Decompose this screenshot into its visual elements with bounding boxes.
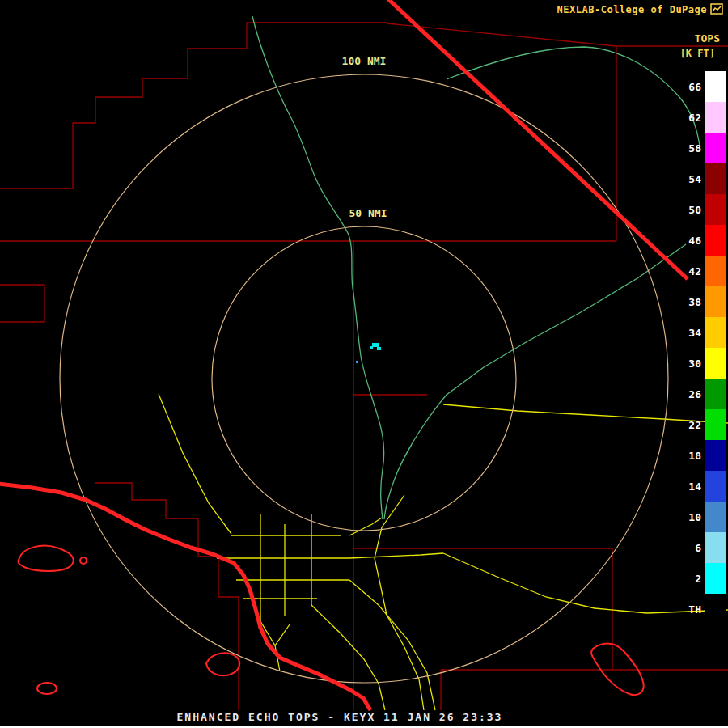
colorbar-swatch xyxy=(705,71,726,102)
radar-map: 100 NMI 50 NMI xyxy=(0,0,728,728)
colorbar-row: 18 xyxy=(677,440,726,471)
road-line xyxy=(311,605,385,710)
lake-outline xyxy=(37,683,57,694)
river-line xyxy=(384,244,686,519)
colorbar-row: 62 xyxy=(677,102,726,133)
colorbar-tick-label: TH xyxy=(677,604,701,615)
county-line xyxy=(0,23,387,188)
lake-outline xyxy=(206,653,239,675)
colorbar-row: 34 xyxy=(677,317,726,348)
colorbar-row: 50 xyxy=(677,194,726,225)
colorbar-tick-label: 42 xyxy=(677,266,701,277)
colorbar-row: 46 xyxy=(677,225,726,256)
highway-line xyxy=(387,0,688,279)
colorbar-swatch xyxy=(705,194,726,225)
colorbar-row: 54 xyxy=(677,163,726,194)
range-ring-100nmi xyxy=(60,74,668,683)
range-ring-50nmi xyxy=(212,226,516,531)
colorbar-tick-label: 10 xyxy=(677,512,701,523)
colorbar-row: 42 xyxy=(677,256,726,286)
echo-pixels xyxy=(370,343,381,350)
colorbar-row: 22 xyxy=(677,409,726,440)
colorbar-swatch xyxy=(705,409,726,440)
colorbar-swatch xyxy=(705,594,726,624)
colorbar-swatch xyxy=(705,379,726,409)
colorbar-row: 10 xyxy=(677,502,726,532)
road-line xyxy=(159,394,231,534)
colorbar-swatch xyxy=(705,256,726,286)
roads xyxy=(159,394,728,710)
colorbar-row: TH xyxy=(677,594,726,624)
range-ring-label-50nmi: 50 NMI xyxy=(349,207,387,219)
colorbar-swatch xyxy=(705,440,726,471)
colorbar-tick-label: 30 xyxy=(677,358,701,369)
colorbar-tick-label: 2 xyxy=(677,574,701,584)
road-line xyxy=(349,580,435,710)
county-borders xyxy=(0,23,728,710)
colorbar-row: 26 xyxy=(677,379,726,409)
colorbar-title: TOPS xyxy=(695,32,720,44)
colorbar-tick-label: 66 xyxy=(677,82,701,92)
colorbar-row: 58 xyxy=(677,133,726,163)
colorbar-tick-label: 46 xyxy=(677,235,701,246)
range-ring-label-100nmi: 100 NMI xyxy=(342,55,387,67)
road-line xyxy=(349,518,382,535)
radar-display: 100 NMI 50 NMI NEXLAB-College of DuPage … xyxy=(0,0,728,728)
colorbar-row: 2 xyxy=(677,563,726,594)
nexlab-logo-icon xyxy=(710,3,723,15)
colorbar-scale: 66625854504642383430262218141062TH xyxy=(677,71,726,624)
brand-text: NEXLAB-College of DuPage xyxy=(557,4,707,15)
lake-outline xyxy=(18,546,73,571)
weak-echo-pixel xyxy=(356,361,358,363)
colorbar-swatch xyxy=(705,317,726,348)
rivers xyxy=(252,16,700,519)
colorbar-tick-label: 54 xyxy=(677,174,701,184)
colorbar-swatch xyxy=(705,532,726,563)
colorbar-swatch xyxy=(705,471,726,502)
lake-outlines xyxy=(18,546,643,695)
colorbar-swatch xyxy=(705,225,726,256)
colorbar-tick-label: 26 xyxy=(677,389,701,400)
colorbar-swatch xyxy=(705,286,726,317)
range-rings xyxy=(60,74,668,683)
highways xyxy=(0,0,688,710)
product-caption: ENHANCED ECHO TOPS - KEYX 11 JAN 26 23:3… xyxy=(0,711,679,723)
colorbar-units: [K FT] xyxy=(680,48,715,59)
colorbar-row: 30 xyxy=(677,348,726,379)
colorbar-tick-label: 34 xyxy=(677,328,701,338)
highway-line xyxy=(0,484,370,710)
colorbar-tick-label: 58 xyxy=(677,143,701,154)
river-line xyxy=(447,47,700,150)
colorbar-tick-label: 22 xyxy=(677,420,701,430)
colorbar-tick-label: 50 xyxy=(677,205,701,215)
colorbar-tick-label: 18 xyxy=(677,451,701,461)
colorbar-swatch xyxy=(705,563,726,594)
colorbar-swatch xyxy=(705,133,726,163)
colorbar-row: 66 xyxy=(677,71,726,102)
colorbar-swatch xyxy=(705,163,726,194)
colorbar-tick-label: 14 xyxy=(677,481,701,492)
colorbar-tick-label: 62 xyxy=(677,112,701,123)
lake-outline xyxy=(80,557,87,564)
colorbar-row: 38 xyxy=(677,286,726,317)
river-line xyxy=(252,16,384,519)
county-line xyxy=(0,285,44,322)
colorbar-row: 6 xyxy=(677,532,726,563)
colorbar-swatch xyxy=(705,102,726,133)
road-line xyxy=(349,553,443,558)
colorbar-tick-label: 38 xyxy=(677,297,701,307)
colorbar-row: 14 xyxy=(677,471,726,502)
colorbar-swatch xyxy=(705,348,726,379)
colorbar-tick-label: 6 xyxy=(677,543,701,553)
colorbar-swatch xyxy=(705,502,726,532)
